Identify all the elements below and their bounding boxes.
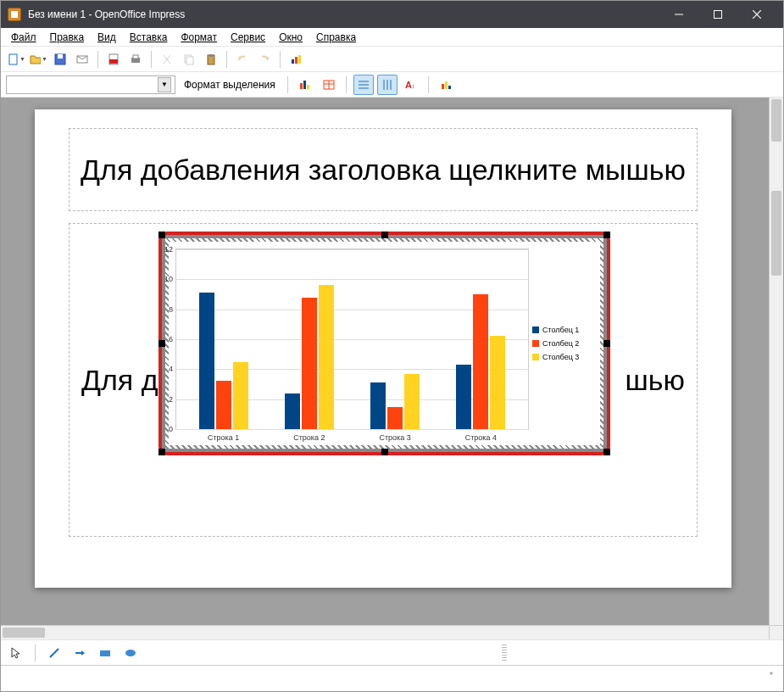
chart-bar[interactable] [490, 336, 505, 429]
chart-plot-area[interactable]: 024681012 [175, 248, 529, 430]
svg-point-39 [125, 650, 136, 656]
close-button[interactable] [737, 1, 776, 28]
new-button[interactable]: ▼ [6, 49, 26, 70]
svg-rect-19 [300, 83, 303, 89]
undo-button[interactable] [232, 49, 253, 70]
line-tool[interactable] [44, 643, 64, 663]
svg-rect-20 [303, 81, 306, 89]
statusbar: * [1, 665, 783, 684]
arrow-tool[interactable] [70, 643, 90, 663]
svg-rect-1 [714, 11, 722, 19]
format-selection-label[interactable]: Формат выделения [179, 79, 281, 91]
svg-rect-15 [209, 54, 213, 57]
redo-button[interactable] [254, 49, 275, 70]
chart-bar[interactable] [233, 362, 248, 430]
svg-rect-6 [58, 54, 63, 59]
scroll-thumb[interactable] [3, 628, 45, 638]
scroll-thumb[interactable] [771, 191, 781, 276]
chart-bar[interactable] [456, 365, 471, 429]
chart-layout-button[interactable] [436, 75, 456, 95]
chart-bar[interactable] [285, 393, 300, 429]
resize-handle-bl[interactable] [158, 449, 165, 455]
pdf-button[interactable] [103, 49, 124, 70]
menu-view[interactable]: Вид [92, 30, 121, 45]
menu-tools[interactable]: Сервис [225, 30, 270, 45]
chart-x-labels: Строка 1Строка 2Строка 3Строка 4 [175, 430, 529, 442]
chart-bar[interactable] [302, 298, 317, 429]
resize-handle-tl[interactable] [158, 232, 165, 238]
chart-object[interactable]: 024681012 Строка 1Строка 2Строка 3Строка… [162, 235, 607, 452]
content-text-right: шью [626, 364, 686, 397]
menu-window[interactable]: Окно [274, 30, 308, 45]
mail-button[interactable] [72, 49, 92, 70]
vertical-scrollbar[interactable] [769, 98, 783, 625]
chart-body[interactable]: 024681012 Строка 1Строка 2Строка 3Строка… [169, 242, 600, 445]
resize-handle-b[interactable] [381, 449, 388, 455]
chart-bar[interactable] [387, 407, 403, 430]
save-button[interactable] [50, 49, 70, 70]
menu-format[interactable]: Формат [175, 30, 222, 45]
title-placeholder[interactable]: Для добавления заголовка щелкните мышью [69, 128, 698, 211]
scroll-corner [769, 626, 783, 639]
content-text-left: Для д [81, 364, 158, 397]
cut-button[interactable] [157, 49, 177, 70]
svg-rect-17 [295, 57, 297, 64]
slide[interactable]: Для добавления заголовка щелкните мышью … [35, 109, 731, 588]
horizontal-scrollbar[interactable] [1, 626, 769, 639]
canvas-area[interactable]: Для добавления заголовка щелкните мышью … [1, 98, 769, 625]
menu-edit[interactable]: Правка [45, 30, 90, 45]
svg-rect-34 [445, 81, 448, 89]
legend-item[interactable]: Столбец 3 [532, 353, 595, 361]
chart-legend[interactable]: Столбец 1Столбец 2Столбец 3 [532, 242, 600, 445]
svg-rect-13 [186, 57, 193, 64]
svg-line-36 [50, 649, 58, 657]
open-button[interactable]: ▼ [28, 49, 48, 70]
chart-bar[interactable] [319, 285, 334, 429]
paste-button[interactable] [201, 49, 221, 70]
grid-v-button[interactable] [377, 75, 398, 95]
resize-handle-r[interactable] [603, 340, 610, 347]
titlebar: Без имени 1 - OpenOffice Impress [1, 1, 783, 28]
print-button[interactable] [125, 49, 146, 70]
menu-file[interactable]: Файл [6, 30, 42, 45]
chart-button[interactable] [286, 49, 306, 70]
status-marker: * [770, 670, 773, 680]
main-toolbar: ▼ ▼ [1, 47, 783, 72]
resize-handle-t[interactable] [381, 232, 388, 238]
chart-bar[interactable] [199, 293, 214, 429]
minimize-button[interactable] [659, 1, 698, 28]
chart-bar[interactable] [216, 381, 231, 429]
maximize-button[interactable] [698, 1, 737, 28]
legend-item[interactable]: Столбец 1 [532, 326, 595, 334]
svg-rect-21 [307, 85, 309, 89]
menu-insert[interactable]: Вставка [125, 30, 173, 45]
svg-text:A: A [405, 80, 412, 90]
chart-bar[interactable] [370, 382, 386, 429]
toolbar-grip[interactable] [502, 645, 507, 661]
svg-rect-35 [448, 86, 451, 89]
menu-help[interactable]: Справка [311, 30, 361, 45]
pointer-tool[interactable] [6, 643, 26, 663]
svg-rect-16 [292, 59, 294, 64]
data-table-button[interactable] [319, 75, 339, 95]
copy-button[interactable] [179, 49, 199, 70]
chart-data-button[interactable] [295, 75, 315, 95]
app-icon [8, 8, 21, 21]
window-title: Без имени 1 - OpenOffice Impress [28, 8, 659, 20]
ellipse-tool[interactable] [120, 643, 141, 663]
rectangle-tool[interactable] [95, 643, 115, 663]
style-combo[interactable]: ▼ [6, 75, 175, 94]
resize-handle-l[interactable] [158, 340, 165, 347]
legend-item[interactable]: Столбец 2 [532, 339, 595, 348]
svg-rect-11 [133, 55, 138, 59]
svg-rect-4 [9, 54, 17, 64]
chart-bar[interactable] [404, 374, 420, 429]
resize-handle-tr[interactable] [603, 232, 610, 238]
svg-rect-18 [298, 55, 301, 64]
chart-bar[interactable] [473, 294, 488, 429]
grid-h-button[interactable] [353, 75, 374, 95]
chart-x-tick: Строка 3 [353, 433, 438, 442]
resize-handle-br[interactable] [603, 449, 610, 455]
text-scale-button[interactable]: A↕ [401, 75, 421, 95]
scroll-thumb[interactable] [771, 99, 781, 142]
